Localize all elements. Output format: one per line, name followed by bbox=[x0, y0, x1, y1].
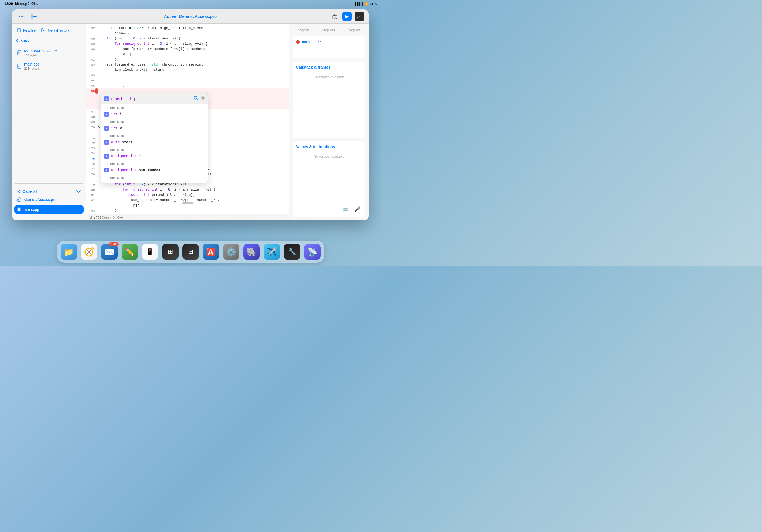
svg-line-11 bbox=[336, 15, 337, 16]
dock-creativit[interactable]: 🔧 bbox=[284, 244, 300, 260]
svg-rect-21 bbox=[18, 51, 21, 55]
code-line-63: 63 bbox=[86, 73, 289, 78]
code-line-83: 83 } bbox=[86, 208, 289, 213]
code-line-84: 84 ... bbox=[86, 213, 289, 214]
code-content[interactable]: 57 auto start = std::chrono::high_resolu… bbox=[86, 24, 289, 214]
code-line-59: 59 for (unsigned int i = 0; i < arr_size… bbox=[86, 41, 289, 46]
step-on-button[interactable]: Step on bbox=[345, 27, 362, 33]
status-bar: 12:20 Montag 9. Okt. ▐▐▐▐ 📶 84 % bbox=[0, 0, 381, 8]
dock-grid1[interactable]: ⊞ bbox=[162, 244, 179, 260]
autocomplete-popup: v const int p bbox=[101, 93, 208, 183]
svg-point-2 bbox=[22, 16, 23, 17]
svg-point-25 bbox=[17, 198, 21, 201]
dock-files[interactable]: 📁 bbox=[61, 244, 77, 260]
svg-point-26 bbox=[18, 199, 20, 200]
window-title: Active: MemoryAccess.pro bbox=[164, 14, 217, 19]
breakpoint-row: main.cpp:66 bbox=[296, 40, 362, 44]
dock-safari[interactable]: 🧭 bbox=[81, 244, 97, 260]
dock-mail[interactable]: ✉️ 11.491 bbox=[101, 244, 118, 260]
code-editor[interactable]: 57 auto start = std::chrono::high_resolu… bbox=[86, 24, 289, 220]
autocomplete-item-unsigned-int-i[interactable]: inside main v unsigned int i bbox=[101, 146, 208, 160]
autocomplete-search-button[interactable] bbox=[193, 96, 198, 102]
code-line-80: 80 for (unsigned int i = 0; i < arr_size… bbox=[86, 187, 289, 192]
code-line-60: 60 sum_forward += numbers_forw[i] + numb… bbox=[86, 46, 289, 57]
code-status-bar: Line 75 | Column 3 | C++ bbox=[86, 214, 289, 220]
new-file-button[interactable]: New file bbox=[15, 27, 37, 34]
terminal-button[interactable]: >_ bbox=[355, 12, 364, 21]
svg-rect-6 bbox=[33, 18, 37, 18]
dock-appstore[interactable]: 🅰️ bbox=[203, 244, 219, 260]
bug-icon-button[interactable] bbox=[330, 12, 339, 21]
debug-panel: Step in Step out Step on main.cpp:66 Cal… bbox=[289, 24, 369, 220]
svg-line-14 bbox=[332, 18, 333, 19]
code-line-58: 58 for (int x = 0; x < iterations; x++) bbox=[86, 36, 289, 41]
dock-social[interactable]: 📱 bbox=[142, 244, 158, 260]
step-out-button[interactable]: Step out bbox=[320, 27, 337, 33]
autocomplete-item-inside-main[interactable]: inside main bbox=[101, 175, 208, 183]
microphone-button[interactable]: 🎤 bbox=[353, 204, 362, 214]
dock-remote[interactable]: 📡 bbox=[304, 244, 321, 260]
svg-line-10 bbox=[332, 15, 333, 16]
breakpoint-indicator bbox=[296, 40, 300, 44]
autocomplete-item-int-i[interactable]: inside main v int i bbox=[101, 105, 208, 118]
dock-telegram[interactable]: ✈️ bbox=[264, 244, 280, 260]
code-line-61: 61 } bbox=[86, 57, 289, 62]
dock-grid2[interactable]: ⊟ bbox=[183, 244, 199, 260]
file-list: MemoryAccess.pro 160 bytes main.cpp 2914… bbox=[12, 45, 86, 115]
signal-icon: ▐▐▐▐ bbox=[354, 2, 363, 6]
open-file-memory-access[interactable]: MemoryAccess.pro bbox=[14, 195, 84, 204]
app-window: Active: MemoryAccess.pro ▶ >_ bbox=[12, 9, 369, 220]
run-button[interactable]: ▶ bbox=[342, 12, 352, 21]
svg-rect-5 bbox=[33, 16, 37, 17]
ellipsis-button[interactable] bbox=[17, 12, 26, 21]
file-item-main-cpp[interactable]: main.cpp 2914 bytes bbox=[14, 60, 84, 72]
svg-point-1 bbox=[21, 16, 22, 17]
status-time: 12:20 bbox=[4, 2, 13, 6]
new-directory-button[interactable]: New directory bbox=[39, 27, 71, 34]
sidebar-actions: New file New directory bbox=[12, 27, 86, 37]
autocomplete-close-button[interactable] bbox=[200, 96, 205, 102]
dock: 📁 🧭 ✉️ 11.491 ✏️ 📱 ⊞ ⊟ 🅰️ ⚙️ 🐘 ✈️ 🔧 📡 bbox=[57, 241, 325, 263]
dock-settings[interactable]: ⚙️ bbox=[223, 244, 240, 260]
open-file-main-cpp-active[interactable]: main.cpp bbox=[14, 205, 84, 214]
code-line-62: 62 sum_forward_ex_time = std::chrono::hi… bbox=[86, 62, 289, 73]
svg-rect-3 bbox=[31, 14, 33, 19]
svg-point-0 bbox=[19, 16, 20, 17]
svg-rect-4 bbox=[33, 15, 37, 15]
debug-controls: Step in Step out Step on bbox=[293, 27, 365, 33]
mail-badge: 11.491 bbox=[109, 242, 119, 246]
dock-pockity[interactable]: ✏️ bbox=[121, 244, 138, 260]
scroll-handle[interactable] bbox=[182, 202, 193, 204]
step-in-button[interactable]: Step in bbox=[296, 27, 311, 33]
sidebar-bottom: Close all MemoryAccess.pro bbox=[12, 186, 86, 217]
autocomplete-item-auto-start[interactable]: inside main v auto start bbox=[101, 132, 208, 146]
keyboard-button[interactable]: ⌨️ bbox=[341, 204, 350, 214]
svg-line-15 bbox=[336, 18, 337, 19]
close-all-row[interactable]: Close all bbox=[14, 188, 84, 195]
file-item-memory-access[interactable]: MemoryAccess.pro 160 bytes bbox=[14, 46, 84, 59]
code-line-64: 64 bbox=[86, 78, 289, 83]
code-line-81: 81 const int p(rand() % arr_size); bbox=[86, 192, 289, 198]
autocomplete-item-int-x[interactable]: inside main v int x bbox=[101, 118, 208, 132]
autocomplete-item-unsigned-int-sum-random[interactable]: inside main v unsigned int sum_random bbox=[101, 160, 208, 175]
breakpoint-section: main.cpp:66 bbox=[293, 37, 365, 58]
svg-rect-8 bbox=[334, 14, 335, 15]
sidebar-toggle-button[interactable] bbox=[29, 12, 38, 21]
battery-label: 84 % bbox=[370, 2, 377, 6]
status-date: Montag 9. Okt. bbox=[15, 2, 38, 6]
title-bar: Active: MemoryAccess.pro ▶ >_ bbox=[12, 9, 369, 24]
callstack-section: Callstack & frames: No frames available bbox=[293, 62, 365, 138]
autocomplete-v-badge: v bbox=[104, 96, 109, 101]
dock-mastodon[interactable]: 🐘 bbox=[243, 244, 260, 260]
content-area: New file New directory Back bbox=[12, 24, 369, 220]
svg-rect-22 bbox=[18, 64, 21, 68]
code-line-57: 57 auto start = std::chrono::high_resolu… bbox=[86, 26, 289, 36]
svg-rect-27 bbox=[18, 208, 20, 211]
code-line-65: 65 ; bbox=[86, 83, 289, 88]
autocomplete-header: v const int p bbox=[101, 93, 208, 105]
svg-line-29 bbox=[197, 99, 198, 100]
back-button[interactable]: Back bbox=[12, 37, 86, 45]
sidebar: New file New directory Back bbox=[12, 24, 86, 220]
wifi-icon: 📶 bbox=[364, 2, 368, 6]
values-section: Values & instructions: No values availab… bbox=[293, 141, 365, 217]
